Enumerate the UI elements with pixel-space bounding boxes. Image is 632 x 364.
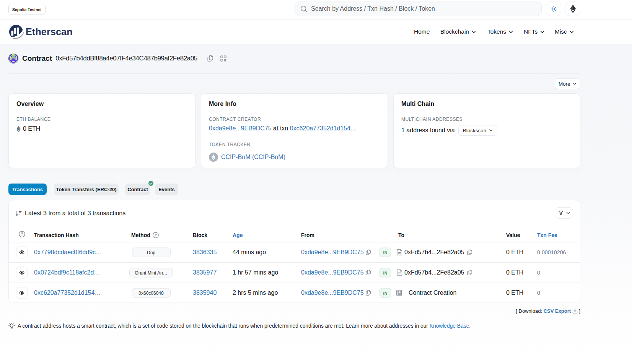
svg-text:?: ? [21,232,23,236]
svg-text:?: ? [155,233,157,237]
